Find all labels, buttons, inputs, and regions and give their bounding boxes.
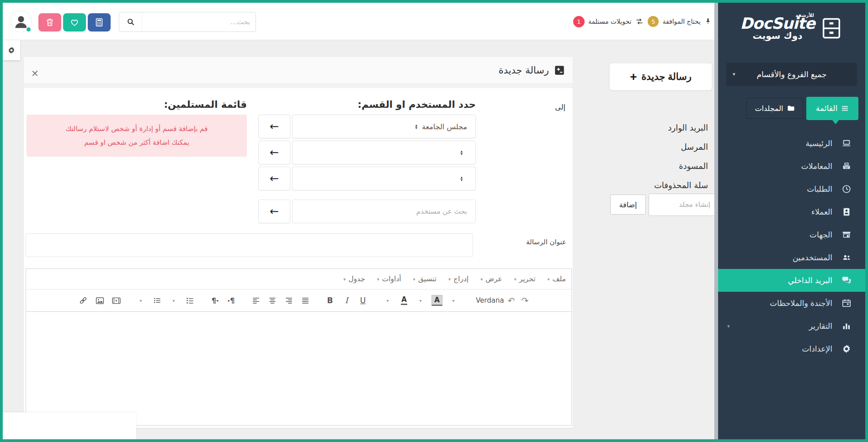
background-color-button[interactable]: A xyxy=(431,293,443,308)
justify-icon xyxy=(301,296,310,305)
text-color-icon: A xyxy=(401,296,407,305)
text-color-dropdown[interactable]: ▾ xyxy=(382,293,394,308)
department-select-3[interactable]: ▴▾ xyxy=(292,167,476,190)
italic-button[interactable]: I xyxy=(341,293,352,308)
bullet-list-button[interactable] xyxy=(151,293,163,308)
undo-icon[interactable]: ↶ xyxy=(508,295,515,305)
compose-card: رسالة جديدة ✕ إلى حدد المستخدم او القسم:… xyxy=(24,57,573,428)
subject-input[interactable] xyxy=(26,233,473,257)
paragraph-rtl-button[interactable]: ▸¶ xyxy=(225,293,237,308)
recipients-heading: قائمة المستلمين: xyxy=(27,99,247,110)
add-folder-button[interactable]: إضافة xyxy=(610,195,646,215)
redo-icon[interactable]: ↷ xyxy=(522,295,529,305)
numbered-list-icon xyxy=(186,296,195,305)
add-recipient-button-2[interactable]: ← xyxy=(258,141,290,164)
online-status-dot xyxy=(26,26,32,32)
more-formats-dropdown[interactable]: ▾ xyxy=(447,293,459,308)
calculator-button[interactable] xyxy=(88,13,111,32)
link-icon xyxy=(79,296,88,305)
favorites-button[interactable] xyxy=(63,13,86,32)
numbered-list-dropdown[interactable]: ▾ xyxy=(168,293,180,308)
chevron-down-icon: ▾ xyxy=(514,277,517,282)
sidebar-item-clients[interactable]: العملاء xyxy=(718,200,865,223)
search-icon-cell[interactable] xyxy=(119,12,142,32)
sidebar-item-internal-mail[interactable]: البريد الداخلي xyxy=(718,269,865,292)
text-color-button[interactable]: A xyxy=(398,293,410,308)
editor-canvas[interactable] xyxy=(26,312,571,425)
rich-text-editor: ملف▾ تحرير▾ عرض▾ إدراج▾ تنسيق▾ أداوات▾ ج… xyxy=(26,268,572,426)
sidebar-item-transactions[interactable]: المعاملات xyxy=(718,155,865,178)
align-left-button[interactable] xyxy=(250,293,262,308)
paragraph-ltr-button[interactable]: ¶◂ xyxy=(209,293,221,308)
sidebar-item-home[interactable]: الرئيسية xyxy=(718,132,865,155)
recipients-hint: قم بإضافة قسم أو إدارة أو شخص لاستلام رس… xyxy=(27,115,247,157)
add-user-button[interactable]: ← xyxy=(258,200,290,223)
underline-button[interactable]: U xyxy=(357,293,369,308)
editor-toolbar: ▾ ▾ ¶◂ ▸¶ xyxy=(26,289,571,312)
link-button[interactable] xyxy=(77,293,89,308)
menu-tools[interactable]: أداوات▾ xyxy=(377,275,401,283)
approvals-count-badge: 5 xyxy=(648,16,659,27)
laptop-icon xyxy=(841,138,852,148)
sidebar-item-requests[interactable]: الطلبات xyxy=(718,178,865,200)
folder-sent[interactable]: المرسل xyxy=(588,137,712,156)
clock-icon xyxy=(841,184,852,194)
approvals-label[interactable]: يحتاج الموافقة xyxy=(662,18,701,25)
bullet-list-dropdown[interactable]: ▾ xyxy=(135,293,147,308)
new-folder-input[interactable] xyxy=(649,194,715,216)
tab-folders[interactable]: المجلدات xyxy=(746,98,803,119)
media-icon xyxy=(112,296,121,305)
background-color-dropdown[interactable]: ▾ xyxy=(415,293,426,308)
trash-icon xyxy=(45,17,55,27)
sidebar-item-settings[interactable]: الإعدادات xyxy=(718,337,865,360)
transfers-count-badge: 1 xyxy=(573,16,585,27)
trash-button[interactable] xyxy=(38,13,61,32)
add-recipient-button-3[interactable]: ← xyxy=(258,167,290,190)
transfers-icon[interactable] xyxy=(635,17,644,26)
sidebar-item-agenda[interactable]: الأجندة والملاحظات xyxy=(718,292,865,315)
page-scrollbar[interactable] xyxy=(714,3,718,439)
menu-insert[interactable]: إدراج▾ xyxy=(448,275,469,283)
add-recipient-button-1[interactable]: ← xyxy=(258,115,290,138)
align-right-button[interactable] xyxy=(283,293,295,308)
department-select-1[interactable]: مجلس الجامعة ▴▾ xyxy=(292,115,476,138)
topbar: يحتاج الموافقة 5 تحويلات مستلمة 1 xyxy=(3,3,714,40)
folder-trash[interactable]: سلة المحذوفات xyxy=(588,175,712,195)
menu-view[interactable]: عرض▾ xyxy=(480,275,502,283)
department-select-2[interactable]: ▴▾ xyxy=(292,141,476,164)
settings-side-tab[interactable] xyxy=(3,40,20,60)
transfers-label[interactable]: تحويلات مستلمة xyxy=(588,18,632,25)
chevron-down-icon: ▾ xyxy=(547,277,549,282)
tab-menu[interactable]: القائمة xyxy=(806,97,858,120)
folder-drafts[interactable]: المسودة xyxy=(588,156,712,175)
transactions-icon xyxy=(841,161,852,171)
sidebar: للأرشفة DocSuite دوك سويت جميع الفروع وا… xyxy=(718,3,865,439)
bold-button[interactable]: B xyxy=(324,293,336,308)
justify-button[interactable] xyxy=(299,293,311,308)
recipients-column: قائمة المستلمين: قم بإضافة قسم أو إدارة … xyxy=(27,99,247,157)
sidebar-item-reports[interactable]: التقارير ▾ xyxy=(718,315,865,337)
menu-format[interactable]: تنسيق▾ xyxy=(413,275,437,283)
search-input[interactable] xyxy=(142,12,256,32)
chevron-down-icon: ▾ xyxy=(413,277,415,282)
menu-edit[interactable]: تحرير▾ xyxy=(514,275,536,283)
close-icon[interactable]: ✕ xyxy=(31,69,39,78)
sidebar-item-users[interactable]: المستخدمين xyxy=(718,246,865,269)
menu-file[interactable]: ملف▾ xyxy=(547,275,566,283)
folder-inbox[interactable]: البريد الوارد xyxy=(588,118,712,137)
menu-table[interactable]: جدول▾ xyxy=(343,275,365,283)
pin-icon[interactable] xyxy=(704,17,712,26)
media-button[interactable] xyxy=(110,293,122,308)
font-family-select[interactable]: Verdana xyxy=(476,296,504,305)
align-center-button[interactable] xyxy=(266,293,278,308)
sort-icon: ▴▾ xyxy=(460,150,463,155)
calendar-icon xyxy=(841,298,852,308)
new-message-button[interactable]: + رسالة جديدة xyxy=(609,63,712,90)
branches-filter-dropdown[interactable]: جميع الفروع والأقسام ▾ xyxy=(726,63,857,86)
select-row-1: مجلس الجامعة ▴▾ ← xyxy=(258,115,476,138)
numbered-list-button[interactable] xyxy=(184,293,196,308)
user-search-input[interactable] xyxy=(292,200,476,223)
image-button[interactable] xyxy=(94,293,106,308)
logo-tagline: للأرشفة xyxy=(796,13,814,18)
sidebar-item-organizations[interactable]: الجهات xyxy=(718,223,865,246)
